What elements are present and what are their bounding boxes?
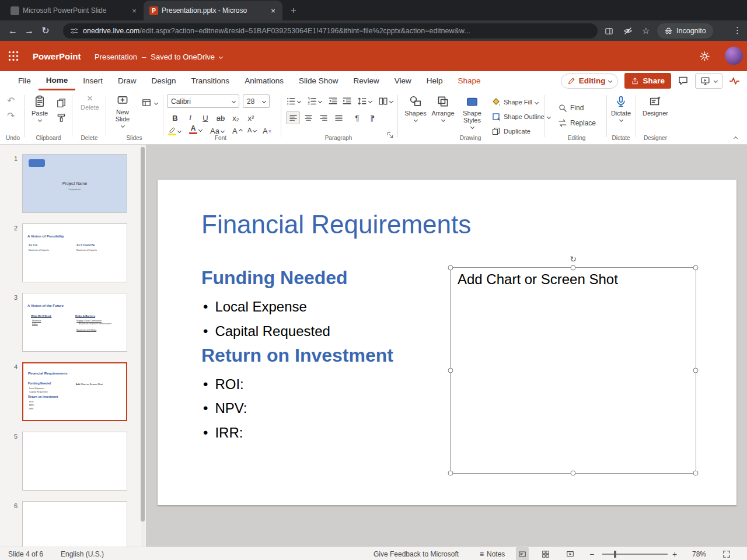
decrease-indent-icon[interactable] <box>328 96 338 106</box>
site-info-icon[interactable] <box>70 27 78 35</box>
replace-button[interactable]: Replace <box>558 118 596 128</box>
document-title[interactable]: Presentation – Saved to OneDrive <box>95 52 222 61</box>
selection-handle[interactable] <box>571 471 576 476</box>
designer-button[interactable]: Designer <box>640 95 671 117</box>
app-name[interactable]: PowerPoint <box>33 51 81 61</box>
tab-draw[interactable]: Draw <box>110 71 144 90</box>
slide-bullet[interactable]: •ROI: <box>203 376 244 393</box>
zoom-out-button[interactable]: − <box>589 547 594 560</box>
browser-tab-1[interactable]: Microsoft PowerPoint Slide × <box>5 1 144 20</box>
arrange-button[interactable]: Arrange <box>430 95 456 121</box>
eye-blocked-icon[interactable] <box>623 26 633 36</box>
bold-button[interactable]: B <box>168 111 182 124</box>
clear-formatting-button[interactable]: A× <box>263 127 271 135</box>
selection-handle[interactable] <box>693 265 699 271</box>
comments-icon[interactable] <box>678 75 689 86</box>
url-bar[interactable]: onedrive.live.com/edit.aspx?action=editn… <box>63 23 598 38</box>
bookmark-star-icon[interactable]: ☆ <box>642 26 650 36</box>
back-icon[interactable]: ← <box>5 26 21 36</box>
settings-gear-icon[interactable] <box>699 51 710 62</box>
reload-icon[interactable]: ↻ <box>37 25 54 36</box>
numbering-button[interactable] <box>307 96 322 106</box>
line-spacing-button[interactable] <box>357 96 372 106</box>
new-tab-button[interactable]: + <box>286 3 301 18</box>
slide-panel-scrollbar[interactable] <box>141 145 145 547</box>
duplicate-button[interactable]: Duplicate <box>491 127 530 136</box>
browser-tab-2[interactable]: P Presentation.pptx - Microso × <box>144 1 282 20</box>
font-color-button[interactable]: A <box>189 125 202 134</box>
tab-close-icon[interactable]: × <box>130 6 139 15</box>
browser-menu-icon[interactable]: ⋮ <box>733 25 742 36</box>
zoom-in-button[interactable]: + <box>672 547 677 560</box>
slide-bullet[interactable]: •IRR: <box>203 425 243 441</box>
tab-shape[interactable]: Shape <box>451 71 488 90</box>
slide-thumbnail-3[interactable]: A Vision of the Future What We'll Need: … <box>22 293 127 352</box>
zoom-level[interactable]: 78% <box>692 547 706 560</box>
slideshow-view-button[interactable] <box>564 547 577 560</box>
selection-handle[interactable] <box>448 471 453 476</box>
underline-button[interactable]: U <box>198 111 212 124</box>
text-direction-rtl-button[interactable]: ¶ <box>365 111 379 124</box>
font-size-select[interactable]: 28 <box>243 94 270 108</box>
paste-button[interactable]: Paste <box>27 95 53 121</box>
selection-handle[interactable] <box>693 368 699 373</box>
share-button[interactable]: Share <box>624 73 671 89</box>
superscript-button[interactable]: x² <box>244 111 258 124</box>
scrollbar-thumb[interactable] <box>141 147 145 522</box>
user-avatar[interactable] <box>725 47 743 65</box>
selection-handle[interactable] <box>571 265 576 271</box>
justify-button[interactable] <box>331 111 345 124</box>
slide-heading-funding[interactable]: Funding Needed <box>201 267 348 289</box>
slide-thumbnail-2[interactable]: A Vision of Possibility As It Is Maximum… <box>22 223 127 282</box>
slide-layout-button[interactable] <box>141 97 158 108</box>
new-slide-button[interactable]: New Slide <box>109 94 137 127</box>
slide-4-canvas[interactable]: Financial Requirements Funding Needed •L… <box>158 180 736 505</box>
tab-animations[interactable]: Animations <box>237 71 291 90</box>
tab-file[interactable]: File <box>11 71 39 90</box>
slide-sorter-view-button[interactable] <box>539 547 552 560</box>
change-case-button[interactable]: Aa <box>210 127 224 135</box>
slide-thumbnail-1[interactable]: Project Name Department <box>22 154 127 213</box>
bullets-button[interactable] <box>286 96 301 106</box>
shrink-font-button[interactable]: A <box>247 127 256 134</box>
tab-home[interactable]: Home <box>39 71 76 90</box>
highlight-color-button[interactable] <box>168 126 181 135</box>
font-name-select[interactable]: Calibri <box>167 94 239 108</box>
slide-thumbnail-4-selected[interactable]: Financial Requirements Funding Needed Lo… <box>22 362 127 421</box>
tab-close-icon[interactable]: × <box>268 6 278 15</box>
language-status[interactable]: English (U.S.) <box>61 547 104 560</box>
slide-bullet[interactable]: •NPV: <box>203 400 247 416</box>
tab-view[interactable]: View <box>387 71 419 90</box>
placeholder-text[interactable]: Add Chart or Screen Shot <box>458 271 618 288</box>
selection-handle[interactable] <box>448 368 453 373</box>
slide-bullet[interactable]: •Capital Requested <box>203 323 330 340</box>
slide-heading-roi[interactable]: Return on Investment <box>201 345 393 366</box>
slide-counter[interactable]: Slide 4 of 6 <box>8 547 43 560</box>
zoom-slider-track[interactable] <box>602 554 668 555</box>
side-panel-icon[interactable] <box>605 27 613 36</box>
doc-name[interactable]: Presentation <box>95 52 137 61</box>
strikethrough-button[interactable]: ab <box>214 111 228 124</box>
text-direction-ltr-button[interactable]: ¶ <box>350 111 364 124</box>
slide-thumbnail-5[interactable] <box>22 432 127 491</box>
slide-thumbnail-6[interactable] <box>22 501 127 547</box>
align-right-button[interactable] <box>316 111 330 124</box>
increase-indent-icon[interactable] <box>342 96 352 106</box>
align-left-button[interactable] <box>286 111 300 124</box>
rotate-handle[interactable]: ↻ <box>570 255 577 263</box>
delete-button[interactable]: × Delete <box>77 95 103 111</box>
app-launcher-icon[interactable] <box>8 51 19 61</box>
content-placeholder-selected[interactable]: Add Chart or Screen Shot ↻ <box>450 267 696 474</box>
activity-icon[interactable] <box>729 75 740 86</box>
feedback-link[interactable]: Give Feedback to Microsoft <box>374 547 459 560</box>
forward-icon[interactable]: → <box>21 26 37 36</box>
tab-transitions[interactable]: Transitions <box>184 71 238 90</box>
shape-fill-button[interactable]: Shape Fill <box>491 97 538 107</box>
undo-button[interactable]: ↶ <box>7 95 15 106</box>
editing-mode-button[interactable]: Editing <box>561 74 619 89</box>
shape-styles-button[interactable]: Shape Styles <box>458 95 487 128</box>
columns-button[interactable] <box>378 96 393 106</box>
save-status[interactable]: Saved to OneDrive <box>151 52 215 61</box>
italic-button[interactable]: I <box>183 111 197 124</box>
present-button[interactable] <box>695 74 722 89</box>
